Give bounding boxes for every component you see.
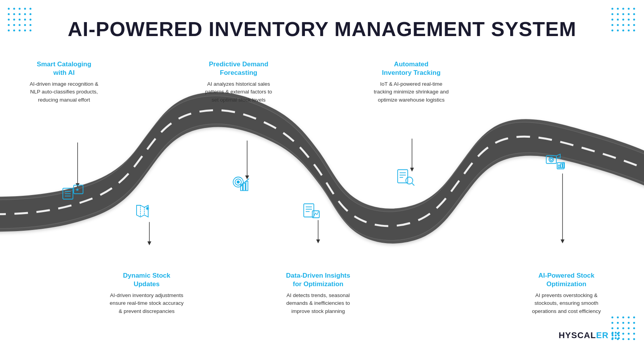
feature-predictive-demand-desc: AI analyzes historical salespatterns & e… bbox=[200, 80, 277, 104]
feature-dynamic-stock: Dynamic StockUpdates AI-driven inventory… bbox=[100, 271, 193, 315]
svg-rect-24 bbox=[243, 183, 245, 191]
svg-point-39 bbox=[550, 159, 552, 161]
svg-point-35 bbox=[406, 177, 413, 184]
brand-name: HYSCALER bbox=[559, 330, 609, 340]
svg-rect-44 bbox=[563, 163, 564, 168]
svg-point-22 bbox=[237, 181, 239, 183]
svg-point-46 bbox=[615, 332, 617, 334]
svg-point-50 bbox=[618, 335, 620, 337]
feature-smart-cataloging-desc: AI-driven image recognition &NLP auto-cl… bbox=[25, 80, 103, 104]
feature-smart-cataloging-title: Smart Catalogingwith AI bbox=[19, 60, 109, 77]
feature-dynamic-stock-title: Dynamic StockUpdates bbox=[100, 271, 193, 289]
svg-point-51 bbox=[612, 337, 614, 339]
svg-marker-7 bbox=[147, 242, 151, 245]
svg-text:★: ★ bbox=[75, 187, 80, 192]
svg-point-49 bbox=[615, 335, 617, 337]
feature-ai-stock-opt-desc: AI prevents overstocking &stockouts, ens… bbox=[528, 292, 605, 315]
svg-rect-25 bbox=[246, 181, 248, 191]
svg-marker-9 bbox=[316, 240, 320, 244]
feature-predictive-demand-title: Predictive DemandForecasting bbox=[192, 60, 285, 77]
feature-data-driven-title: Data-Driven Insightsfor Optimization bbox=[270, 271, 367, 289]
svg-marker-11 bbox=[561, 240, 564, 244]
feature-automated-tracking-title: AutomatedInventory Tracking bbox=[361, 60, 462, 77]
svg-point-45 bbox=[612, 332, 614, 334]
feature-automated-tracking-desc: IoT & AI-powered real-timetracking minim… bbox=[372, 80, 450, 104]
feature-predictive-demand: Predictive DemandForecasting AI analyzes… bbox=[192, 60, 285, 104]
svg-point-52 bbox=[615, 337, 617, 339]
svg-point-53 bbox=[618, 337, 620, 339]
feature-smart-cataloging: Smart Catalogingwith AI AI-driven image … bbox=[19, 60, 109, 104]
feature-data-driven-desc: AI detects trends, seasonaldemands & ine… bbox=[279, 292, 357, 315]
feature-data-driven: Data-Driven Insightsfor Optimization AI … bbox=[270, 271, 367, 315]
feature-ai-stock-opt: AI-Powered StockOptimization AI prevents… bbox=[516, 271, 617, 315]
svg-rect-42 bbox=[558, 165, 560, 168]
svg-rect-43 bbox=[561, 164, 562, 168]
svg-point-19 bbox=[147, 208, 148, 209]
svg-point-47 bbox=[618, 332, 620, 334]
svg-point-48 bbox=[612, 335, 614, 337]
feature-automated-tracking: AutomatedInventory Tracking IoT & AI-pow… bbox=[361, 60, 462, 104]
brand-dots bbox=[611, 331, 623, 340]
brand-logo: HYSCALER bbox=[559, 330, 623, 340]
svg-point-38 bbox=[549, 157, 554, 162]
svg-line-36 bbox=[412, 183, 414, 186]
svg-marker-5 bbox=[410, 168, 414, 172]
feature-dynamic-stock-desc: AI-driven inventory adjustmentsensure re… bbox=[108, 292, 185, 315]
feature-ai-stock-opt-title: AI-Powered StockOptimization bbox=[516, 271, 617, 289]
svg-rect-31 bbox=[398, 170, 408, 183]
